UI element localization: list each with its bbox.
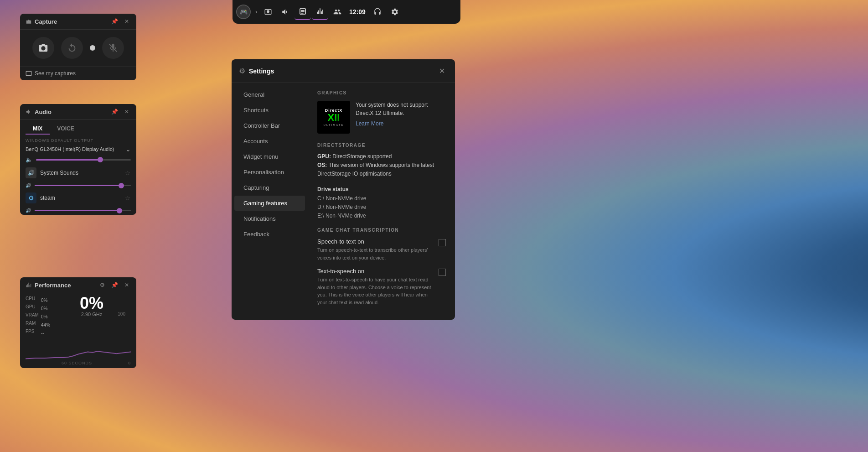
mic-button[interactable] <box>102 37 124 59</box>
settings-gear-icon: ⚙ <box>239 67 245 75</box>
headset-icon[interactable] <box>369 4 386 20</box>
steam-vol-icon: 🔊 <box>26 208 31 213</box>
os-text: OS: This version of Windows supports the… <box>317 161 446 178</box>
perf-title: Performance <box>35 282 95 289</box>
audio-title: Audio <box>35 109 107 115</box>
nav-gaming-features[interactable]: Gaming features <box>234 196 305 211</box>
directx-warning-text: Your system does not support DirectX 12 … <box>356 101 446 117</box>
steam-icon: ⚙ <box>26 192 36 203</box>
avatar[interactable]: 🎮 <box>236 5 251 19</box>
system-sounds-icon: 🔊 <box>26 167 36 178</box>
system-volume-track[interactable] <box>35 185 131 186</box>
text-to-speech-text: Text-to-speech on Turn on text-to-speech… <box>317 268 433 306</box>
audio-tabs: MIX VOICE <box>20 120 136 135</box>
tts-label: Text-to-speech on <box>317 268 433 275</box>
perf-labels-col: CPU GPU VRAM RAM FPS 0% 0% 0% 44% -- <box>26 295 39 335</box>
gpu-text: GPU: DirectStorage supported <box>317 152 446 161</box>
nav-shortcuts[interactable]: Shortcuts <box>234 103 305 118</box>
chart-min-label: 0 <box>128 361 131 365</box>
camera-icon <box>26 18 32 25</box>
perf-settings-icon[interactable]: ⚙ <box>98 281 107 289</box>
steam-label: steam <box>40 195 121 201</box>
audio-device-name: BenQ GL2450H (Intel(R) Display Audio) <box>26 146 123 152</box>
system-sounds-star[interactable]: ☆ <box>125 169 131 177</box>
os-label-bold: OS: <box>317 162 329 168</box>
avatar-icon: 🎮 <box>237 5 250 18</box>
settings-title: Settings <box>249 68 433 75</box>
perf-big-area: 0% 2.90 GHz 100 <box>43 295 131 335</box>
overlay-icon[interactable] <box>294 4 311 20</box>
text-to-speech-option: Text-to-speech on Turn on text-to-speech… <box>317 268 446 306</box>
settings-close-button[interactable]: ✕ <box>436 65 448 77</box>
perf-header: Performance ⚙ 📌 ✕ <box>20 277 136 293</box>
steam-volume-fill <box>35 210 119 211</box>
steam-star[interactable]: ☆ <box>125 194 131 202</box>
settings-modal: ⚙ Settings ✕ General Shortcuts Controlle… <box>232 59 455 320</box>
system-volume-fill <box>35 185 121 186</box>
ram-label: RAM <box>26 320 39 327</box>
tab-mix[interactable]: MIX <box>26 124 50 135</box>
settings-icon[interactable] <box>387 4 403 20</box>
system-vol-icon: 🔊 <box>26 183 31 188</box>
nav-accounts[interactable]: Accounts <box>234 134 305 149</box>
steam-volume-track[interactable] <box>35 210 131 211</box>
tts-desc: Turn on text-to-speech to have your chat… <box>317 276 433 306</box>
capture-title: Capture <box>35 18 107 25</box>
vram-label: VRAM <box>26 312 39 319</box>
perf-labels: CPU GPU VRAM RAM FPS <box>26 295 39 335</box>
capture-controls <box>20 30 136 66</box>
pin-icon[interactable]: 📌 <box>109 17 120 26</box>
capture-header: Capture 📌 ✕ <box>20 14 136 30</box>
drive-d: D:\ Non-NVMe drive <box>317 203 446 212</box>
nav-controller-bar[interactable]: Controller Bar <box>234 118 305 133</box>
audio-pin-icon[interactable]: 📌 <box>109 108 120 116</box>
settings-sidebar: General Shortcuts Controller Bar Account… <box>232 83 308 320</box>
friends-icon[interactable] <box>329 4 346 20</box>
close-icon[interactable]: ✕ <box>123 17 131 26</box>
device-volume-track[interactable] <box>36 159 131 161</box>
perf-pin-icon[interactable]: 📌 <box>109 281 120 289</box>
device-volume-fill <box>36 159 100 161</box>
audio-device-row: BenQ GL2450H (Intel(R) Display Audio) ⌄ <box>20 144 136 155</box>
perf-close-icon[interactable]: ✕ <box>123 281 131 289</box>
capture-icon[interactable] <box>260 4 276 20</box>
audio-close-icon[interactable]: ✕ <box>123 108 131 116</box>
screenshot-button[interactable] <box>32 37 54 59</box>
audio-header-icon <box>26 109 32 115</box>
directx-logo: DirectX XII ULTIMATE <box>317 101 350 134</box>
directx-info: Your system does not support DirectX 12 … <box>356 101 446 127</box>
nav-capturing[interactable]: Capturing <box>234 180 305 195</box>
game-bar: 🎮 › 12:09 <box>232 0 460 24</box>
settings-header: ⚙ Settings ✕ <box>232 59 455 83</box>
audio-icon[interactable] <box>277 4 294 20</box>
nav-widget-menu[interactable]: Widget menu <box>234 149 305 164</box>
speech-label: Speech-to-text on <box>317 238 433 245</box>
nav-personalisation[interactable]: Personalisation <box>234 165 305 180</box>
gpu-label: GPU <box>26 303 39 311</box>
audio-header: Audio 📌 ✕ <box>20 104 136 120</box>
tts-checkbox[interactable] <box>439 269 446 276</box>
retroactive-button[interactable] <box>61 37 83 59</box>
perf-header-icon <box>26 282 32 288</box>
speech-checkbox[interactable] <box>439 239 446 246</box>
perf-max: 100 <box>118 312 125 317</box>
output-label: WINDOWS DEFAULT OUTPUT <box>20 135 136 144</box>
nav-feedback[interactable]: Feedback <box>234 227 305 242</box>
see-captures-label: See my captures <box>35 70 76 77</box>
cpu-label: CPU <box>26 295 39 302</box>
see-captures-link[interactable]: See my captures <box>20 66 136 80</box>
system-volume-thumb <box>119 183 124 188</box>
performance-icon[interactable] <box>312 4 328 20</box>
nav-general[interactable]: General <box>234 87 305 102</box>
device-dropdown-icon[interactable]: ⌄ <box>125 145 131 153</box>
system-sounds-label: System Sounds <box>40 170 121 176</box>
steam-volume-thumb <box>117 208 122 213</box>
tab-voice[interactable]: VOICE <box>50 124 81 135</box>
settings-body: General Shortcuts Controller Bar Account… <box>232 83 455 320</box>
learn-more-link[interactable]: Learn More <box>356 120 383 127</box>
gpu-label-bold: GPU: <box>317 153 332 160</box>
nav-notifications[interactable]: Notifications <box>234 211 305 226</box>
capture-panel: Capture 📌 ✕ See my captures <box>20 14 136 80</box>
drive-status-title: Drive status <box>317 186 446 192</box>
directx-card: DirectX XII ULTIMATE Your system does no… <box>317 101 446 134</box>
